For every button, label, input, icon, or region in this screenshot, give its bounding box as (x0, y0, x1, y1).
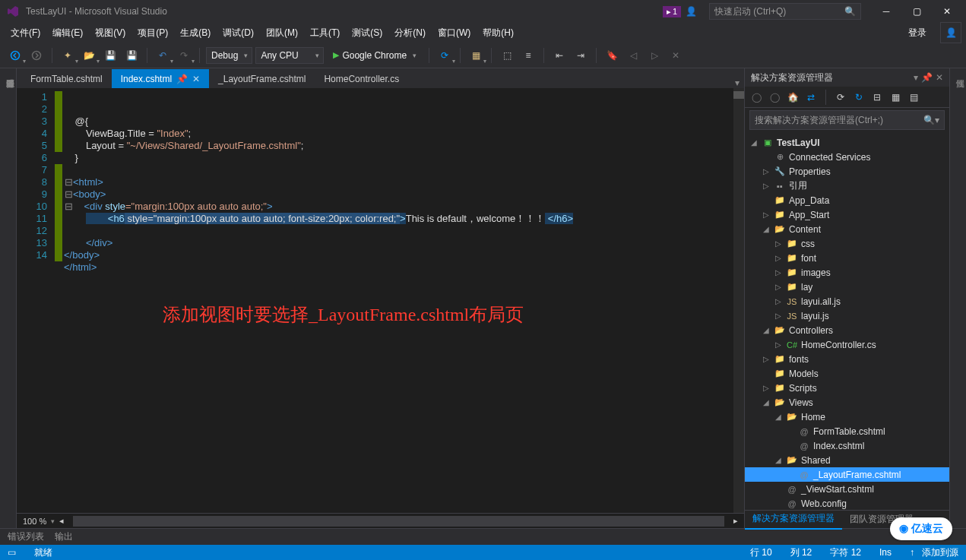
back-button[interactable] (6, 46, 24, 65)
sol-home-button[interactable]: 🏠 (786, 90, 800, 104)
sol-forward-button[interactable]: ◯ (768, 90, 781, 104)
code-editor[interactable]: @{ ViewBag.Title = "Index"; Layout = "~/… (64, 88, 744, 513)
sol-collapse-button[interactable]: ⊟ (870, 90, 884, 104)
sol-properties-button[interactable]: ▤ (907, 90, 920, 104)
tree-node[interactable]: JSlayui.js (745, 308, 949, 323)
extensions-button[interactable]: ▦ (467, 46, 485, 65)
save-all-button[interactable]: 💾 (122, 46, 141, 65)
platform-dropdown[interactable]: Any CPU (255, 47, 324, 64)
zoom-level[interactable]: 100 % (23, 517, 46, 526)
tree-node[interactable]: 📁App_Start (745, 207, 949, 222)
avatar-icon[interactable]: 👤 (940, 22, 961, 43)
tree-node[interactable]: 📂Views (745, 395, 949, 410)
quick-launch-input[interactable]: 快速启动 (Ctrl+Q) 🔍 (709, 3, 861, 20)
menu-item[interactable]: 调试(D) (217, 24, 260, 42)
h-scroll-left[interactable]: ◂ (59, 516, 64, 526)
menu-item[interactable]: 工具(T) (304, 24, 346, 42)
tree-node[interactable]: @Index.cshtml (745, 438, 949, 453)
sol-showall-button[interactable]: ▦ (888, 90, 902, 104)
menu-item[interactable]: 窗口(W) (432, 24, 477, 42)
bookmark-clear-button[interactable]: ✕ (667, 46, 685, 65)
left-toolwindow-tab[interactable]: 服务器资源管理器 (0, 68, 17, 528)
h-scroll-right[interactable]: ▸ (733, 516, 738, 526)
sign-in-link[interactable]: 登录 (901, 24, 934, 42)
editor-tab[interactable]: Index.cshtml📌✕ (112, 69, 209, 88)
tree-node[interactable]: 📂Content (745, 222, 949, 236)
tree-node[interactable]: 📂Home (745, 410, 949, 424)
bookmark-prev-button[interactable]: ◁ (624, 46, 642, 65)
tree-node[interactable]: @Web.config (745, 496, 949, 510)
menu-item[interactable]: 视图(V) (89, 24, 131, 42)
indent-right-button[interactable]: ⇥ (572, 46, 590, 65)
sol-sync-button[interactable]: ⇄ (804, 90, 818, 104)
indent-left-button[interactable]: ⇤ (550, 46, 569, 65)
tab-output[interactable]: 输出 (55, 530, 73, 543)
tree-node[interactable]: JSlayui.all.js (745, 294, 949, 308)
menu-item[interactable]: 帮助(H) (477, 24, 520, 42)
tab-overflow-button[interactable]: ▾ (730, 78, 744, 88)
tree-node[interactable]: 📁fonts (745, 352, 949, 366)
bookmark-button[interactable]: 🔖 (603, 46, 621, 65)
sol-refresh-button[interactable]: ↻ (852, 90, 866, 104)
tree-node[interactable]: 📁css (745, 236, 949, 251)
editor-tab[interactable]: HomeController.cs (315, 69, 408, 88)
status-publish[interactable]: 添加到源 (922, 546, 958, 559)
menu-item[interactable]: 分析(N) (388, 24, 432, 42)
tree-node[interactable]: 📁App_Data (745, 193, 949, 207)
tree-node[interactable]: ▣TestLayUI (745, 135, 949, 150)
redo-button[interactable]: ↷ (175, 46, 193, 65)
panel-menu-button[interactable]: ▾ (914, 72, 918, 83)
horizontal-scrollbar[interactable] (73, 516, 724, 527)
browser-link-button[interactable]: ⟳ (435, 46, 454, 65)
close-button[interactable]: ✕ (934, 2, 960, 21)
menu-item[interactable]: 生成(B) (174, 24, 217, 42)
panel-close-button[interactable]: ✕ (936, 72, 943, 83)
sol-tab-explorer[interactable]: 解决方案资源管理器 (745, 509, 842, 530)
tree-node[interactable]: 📁images (745, 265, 949, 280)
tree-node[interactable]: @FormTable.cshtml (745, 424, 949, 438)
right-toolwindow-tab[interactable]: 属性 (949, 68, 966, 528)
tree-node[interactable]: 📁Scripts (745, 381, 949, 395)
tree-node[interactable]: @_ViewStart.cshtml (745, 482, 949, 496)
tree-node[interactable]: 📁Models (745, 366, 949, 381)
new-item-button[interactable]: ✦ (59, 46, 77, 65)
scroll-preview[interactable] (733, 88, 744, 513)
solution-search-input[interactable]: 搜索解决方案资源管理器(Ctrl+;) 🔍▾ (749, 110, 945, 130)
tree-node[interactable]: 📂Controllers (745, 323, 949, 337)
notifications-badge[interactable]: ▸1 (663, 6, 681, 17)
maximize-button[interactable]: ▢ (904, 2, 930, 21)
undo-button[interactable]: ↶ (154, 46, 172, 65)
tab-close-icon[interactable]: ✕ (192, 74, 200, 84)
menu-item[interactable]: 编辑(E) (46, 24, 89, 42)
save-button[interactable]: 💾 (101, 46, 119, 65)
tree-node[interactable]: ⊕Connected Services (745, 150, 949, 164)
forward-button[interactable] (27, 46, 46, 65)
sol-back-button[interactable]: ◯ (749, 90, 763, 104)
menu-item[interactable]: 团队(M) (260, 24, 304, 42)
menu-item[interactable]: 项目(P) (131, 24, 174, 42)
tree-node[interactable]: 🔧Properties (745, 164, 949, 179)
panel-pin-button[interactable]: 📌 (921, 72, 933, 83)
tree-node[interactable]: 📁font (745, 251, 949, 265)
editor-tab[interactable]: FormTable.cshtml (21, 69, 112, 88)
solution-tree[interactable]: ▣TestLayUI⊕Connected Services🔧Properties… (745, 132, 949, 510)
config-dropdown[interactable]: Debug (206, 47, 252, 64)
run-button[interactable]: ▶Google Chrome▾ (327, 47, 423, 64)
format-button[interactable]: ⬚ (498, 46, 516, 65)
menu-item[interactable]: 文件(F) (5, 24, 46, 42)
sol-filter-button[interactable]: ⟳ (834, 90, 847, 104)
comment-button[interactable]: ≡ (519, 46, 537, 65)
open-button[interactable]: 📂 (80, 46, 98, 65)
tree-node[interactable]: ▪▪引用 (745, 179, 949, 193)
menu-item[interactable]: 测试(S) (346, 24, 388, 42)
bookmark-next-button[interactable]: ▷ (645, 46, 664, 65)
tree-node[interactable]: 📂Shared (745, 453, 949, 467)
feedback-icon[interactable]: 👤 (686, 6, 697, 17)
editor-tab[interactable]: _LayoutFrame.cshtml (209, 69, 315, 88)
publish-icon[interactable]: ↑ (910, 547, 914, 558)
minimize-button[interactable]: ─ (873, 2, 899, 21)
tree-node[interactable]: @_LayoutFrame.cshtml (745, 467, 949, 482)
tab-error-list[interactable]: 错误列表 (8, 530, 44, 543)
tree-node[interactable]: C#HomeController.cs (745, 337, 949, 352)
tree-node[interactable]: 📁lay (745, 280, 949, 294)
